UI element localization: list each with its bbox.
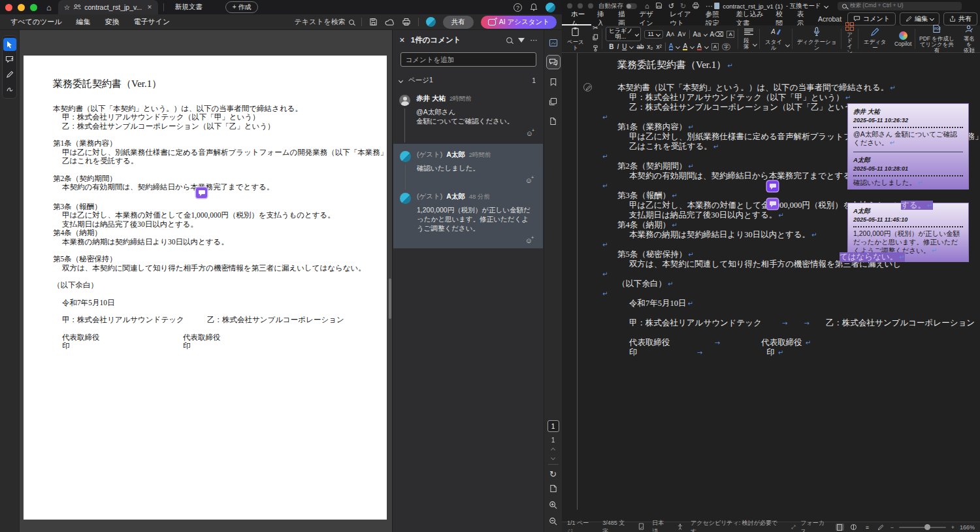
title-chevron-icon[interactable] — [824, 3, 828, 8]
comment-anchor-icon[interactable] — [767, 181, 778, 191]
italic-button[interactable]: I — [617, 44, 619, 50]
zoom-out-icon[interactable] — [549, 516, 557, 528]
tab-mailings[interactable]: 差し込み文書 — [730, 12, 770, 25]
word-count-status[interactable]: 3/485 文字 — [602, 519, 630, 532]
add-reaction-icon[interactable]: ☺+ — [525, 235, 534, 244]
tab-review[interactable]: 校閲 — [770, 12, 791, 25]
share-button[interactable]: 共有 — [443, 16, 474, 29]
attachments-icon[interactable] — [546, 114, 561, 128]
signature-tool[interactable] — [3, 83, 16, 96]
bold-button[interactable]: B — [609, 44, 613, 50]
phonetic-guide-button[interactable]: A — [727, 31, 734, 38]
select-tool[interactable] — [3, 38, 16, 51]
editor-button[interactable]: エディター — [858, 25, 891, 52]
zoom-out-button[interactable]: − — [890, 524, 894, 531]
comment-item[interactable]: (ゲスト) A太郎 48 分前 1,200,000円（税別）が正しい金額だったか… — [393, 187, 543, 247]
help-icon[interactable]: ? — [514, 3, 522, 12]
paragraph-group-button[interactable]: 段落 — [738, 25, 760, 52]
menu-esign[interactable]: 電子サイン — [127, 17, 178, 27]
paste-button[interactable]: ペースト — [562, 25, 589, 52]
comment-item[interactable]: (ゲスト) A太郎 2時間前 確認いたしました。 ☺+ — [393, 145, 543, 187]
word-document-canvas[interactable]: 業務委託契約書（Ver.1） 本契約書（以下「本契約」という。）は、以下の当事者… — [562, 53, 980, 522]
page-count-status[interactable]: 1/1 ページ — [567, 519, 595, 532]
home-icon[interactable]: ⌂ — [645, 2, 649, 10]
outline-view-button[interactable]: ≡ — [863, 524, 872, 531]
comments-panel-icon[interactable] — [546, 55, 561, 69]
font-name-select[interactable]: ヒラギノ明... — [606, 27, 642, 41]
web-layout-view-button[interactable] — [849, 524, 858, 531]
accessibility-status[interactable]: アクセシビリティ: 検討が必要です — [691, 519, 783, 532]
draw-tool[interactable] — [3, 68, 16, 81]
notifications-bell-icon[interactable] — [530, 3, 538, 12]
zoom-slider[interactable] — [899, 527, 946, 528]
pdf-share-button[interactable]: PDF PDF を作成し てリンクを共有 — [915, 25, 958, 52]
comment-anchor-icon[interactable] — [196, 188, 207, 198]
copy-icon[interactable] — [593, 34, 598, 42]
proofing-icon[interactable] — [638, 523, 644, 531]
collapse-page-icon[interactable] — [399, 78, 403, 82]
font-size-select[interactable]: 11 — [644, 30, 662, 39]
export-image-icon[interactable] — [546, 35, 561, 50]
comment-item[interactable]: 赤井 大祐 2時間前 @A太郎さん 金額についてご確認ください。 ☺+ — [393, 89, 544, 140]
pdf-page[interactable]: 業務委託契約書（Ver.1） 本契約書（以下「本契約」という。）は、以下の当事者… — [24, 56, 387, 520]
filter-comments-icon[interactable] — [518, 38, 525, 42]
tab-contract-pdf[interactable]: ☆ contract_rst_jp_v... ✕ — [58, 0, 158, 14]
pages-icon[interactable] — [546, 94, 561, 108]
previous-page-icon[interactable] — [551, 448, 555, 452]
request-signature-button[interactable]: 署名を 依頼 — [958, 25, 980, 52]
star-icon[interactable]: ☆ — [64, 3, 70, 11]
document-title[interactable]: contract_rst_jp_v1 (1) — [723, 3, 783, 10]
comment-balloon[interactable]: 赤井 大祐 2025-05-11 10:26:32 @A太郎さん 金額についてご… — [847, 103, 969, 190]
tab-references[interactable]: 参照設定 — [700, 12, 730, 25]
language-status[interactable]: 日本語 — [652, 519, 670, 532]
save-icon[interactable] — [369, 18, 378, 26]
fit-page-icon[interactable] — [549, 484, 557, 495]
addins-button[interactable]: アド イン — [841, 25, 858, 52]
font-color-button[interactable]: A — [697, 43, 702, 50]
ai-assistant-button[interactable]: AI アシスタント — [481, 16, 557, 29]
zoom-in-icon[interactable] — [549, 500, 557, 512]
format-painter-icon[interactable] — [593, 45, 598, 53]
add-comment-input[interactable] — [400, 52, 536, 67]
tab-view[interactable]: 表示 — [791, 12, 812, 25]
selected-comment-thread[interactable]: (ゲスト) A太郎 2時間前 確認いたしました。 ☺+ (ゲスト) A太郎 48… — [393, 144, 543, 248]
zoom-window-button[interactable] — [588, 3, 593, 8]
zoom-level-status[interactable]: 166% — [960, 524, 975, 531]
tab-draw[interactable]: 描画 — [612, 12, 633, 25]
print-layout-view-button[interactable] — [836, 524, 844, 531]
next-page-icon[interactable] — [551, 456, 555, 460]
subscript-button[interactable]: x₂ — [647, 44, 653, 50]
print-icon[interactable] — [402, 18, 411, 26]
cloud-upload-icon[interactable] — [385, 18, 395, 26]
pdf-scrollbar[interactable] — [388, 30, 391, 532]
cut-icon[interactable]: ✂ — [593, 25, 598, 31]
share-button[interactable]: 共有 — [943, 12, 977, 25]
minimize-window-button[interactable] — [18, 4, 25, 11]
autosave-toggle[interactable] — [626, 3, 637, 9]
search-comments-icon[interactable] — [506, 37, 512, 43]
strikethrough-button[interactable]: ab — [636, 44, 644, 50]
focus-mode-button[interactable]: フォーカス — [800, 519, 830, 532]
zoom-window-button[interactable] — [30, 4, 37, 11]
close-panel-icon[interactable]: ✕ — [399, 36, 405, 44]
pdf-viewer[interactable]: 業務委託契約書（Ver.1） 本契約書（以下「本契約」という。）は、以下の当事者… — [20, 30, 392, 532]
margin-comment-indicator-icon[interactable] — [583, 83, 592, 91]
comment-tool[interactable] — [3, 53, 16, 66]
comments-button[interactable]: コメント — [847, 12, 896, 25]
enclose-character-button[interactable]: 字 — [722, 43, 730, 50]
editing-mode-button[interactable]: 編集 — [900, 12, 939, 25]
dictation-button[interactable]: ディクテーション — [792, 25, 840, 52]
text-search-button[interactable]: テキストを検索 — [294, 17, 353, 27]
highlight-color-button[interactable]: A — [683, 43, 687, 50]
menu-edit[interactable]: 編集 — [69, 17, 98, 27]
shrink-font-button[interactable]: A˅ — [678, 31, 686, 37]
create-button[interactable]: + 作成 — [225, 1, 259, 13]
change-case-button[interactable]: Aa — [693, 31, 700, 37]
comment-anchor-icon[interactable] — [767, 199, 778, 209]
bookmarks-icon[interactable] — [546, 75, 561, 89]
account-avatar[interactable] — [426, 17, 436, 27]
draft-view-button[interactable] — [877, 524, 885, 531]
current-page-input[interactable]: 1 — [547, 420, 559, 432]
add-reaction-icon[interactable]: ☺+ — [526, 128, 534, 137]
clear-formatting-button[interactable]: A⌫ — [710, 31, 724, 37]
